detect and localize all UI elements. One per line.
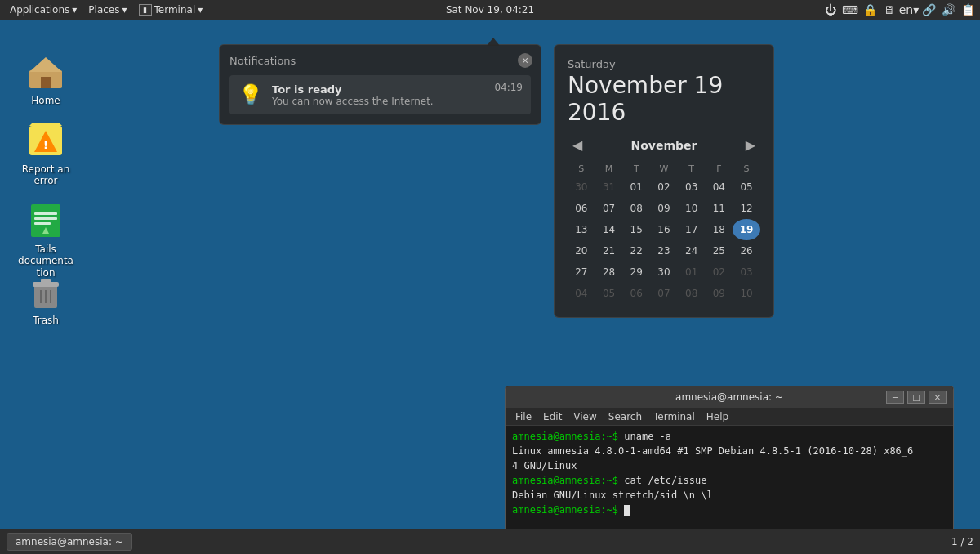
cal-next-btn[interactable]: ▶ <box>741 136 760 154</box>
cal-day-25[interactable]: 25 <box>706 240 733 261</box>
keyboard-icon[interactable]: ⌨ <box>843 2 858 17</box>
desktop-icon-home[interactable]: Home <box>13 49 78 109</box>
cal-grid: SMTWTFS 30310102030405060708091011121314… <box>568 161 760 304</box>
cal-day-05: 05 <box>595 283 623 304</box>
cal-day-03: 03 <box>733 261 760 283</box>
cal-day-03[interactable]: 03 <box>678 176 706 198</box>
lang-selector[interactable]: en▾ <box>902 2 916 17</box>
cal-day-20[interactable]: 20 <box>568 240 595 261</box>
term-output-1: Linux amnesia 4.8.0-1-amd64 #1 SMP Debia… <box>512 445 913 457</box>
taskbar-active-item[interactable]: amnesia@amnesia: ~ <box>7 533 132 551</box>
report-error-label: Report an error <box>16 163 75 187</box>
cal-day-07[interactable]: 07 <box>595 198 623 219</box>
term-prompt-1: amnesia@amnesia:~$ <box>512 431 618 442</box>
term-menu-terminal[interactable]: Terminal <box>648 409 700 424</box>
applications-menu[interactable]: Applications ▾ <box>5 2 82 17</box>
win-controls: ─ □ ✕ <box>886 391 947 404</box>
notification-body: You can now access the Internet. <box>272 96 486 107</box>
home-label: Home <box>31 95 60 106</box>
cal-day-01[interactable]: 01 <box>622 176 650 198</box>
notification-item-tor: 💡 Tor is ready You can now access the In… <box>229 75 531 114</box>
cal-day-16[interactable]: 16 <box>650 219 678 240</box>
cal-day-10[interactable]: 10 <box>678 198 706 219</box>
cal-body: 3031010203040506070809101112131415161718… <box>568 176 760 304</box>
cal-week-3: 20212223242526 <box>568 240 760 261</box>
cal-day-12[interactable]: 12 <box>733 198 760 219</box>
term-cmd-3 <box>618 504 624 516</box>
cal-day-22[interactable]: 22 <box>622 240 650 261</box>
cal-day-08[interactable]: 08 <box>622 198 650 219</box>
term-line-3: amnesia@amnesia:~$ cat /etc/issue <box>512 473 947 488</box>
term-output-1b: 4 GNU/Linux <box>512 460 577 471</box>
cal-weekday-F: F <box>706 161 733 176</box>
svg-rect-2 <box>41 77 51 88</box>
cal-day-13[interactable]: 13 <box>568 219 595 240</box>
cal-day-17[interactable]: 17 <box>678 219 706 240</box>
cal-day-27[interactable]: 27 <box>568 261 595 283</box>
trash-icon <box>26 272 65 311</box>
security-icon[interactable]: 🔒 <box>862 2 877 17</box>
clipboard-icon[interactable]: 📋 <box>960 2 975 17</box>
win-minimize-btn[interactable]: ─ <box>886 391 904 404</box>
cal-day-04: 04 <box>568 283 595 304</box>
cal-weekday-T: T <box>678 161 706 176</box>
terminal-menu[interactable]: ▮ Terminal ▾ <box>134 2 208 17</box>
topbar-left: Applications ▾ Places ▾ ▮ Terminal ▾ <box>5 2 207 17</box>
cal-day-24[interactable]: 24 <box>678 240 706 261</box>
topbar: Applications ▾ Places ▾ ▮ Terminal ▾ Sat… <box>0 0 980 20</box>
volume-icon[interactable]: 🔊 <box>941 2 956 17</box>
cal-prev-btn[interactable]: ◀ <box>568 136 587 154</box>
term-menu-file[interactable]: File <box>510 409 537 424</box>
cal-month-name: November <box>631 139 697 152</box>
display-icon[interactable]: 🖥 <box>882 2 897 17</box>
cal-day-04[interactable]: 04 <box>706 176 733 198</box>
win-maximize-btn[interactable]: □ <box>907 391 925 404</box>
cal-day-05[interactable]: 05 <box>733 176 760 198</box>
tails-docs-icon <box>26 201 65 240</box>
term-menu-search[interactable]: Search <box>604 409 647 424</box>
network-icon[interactable]: 🔗 <box>921 2 936 17</box>
cal-week-4: 27282930010203 <box>568 261 760 283</box>
cal-weekday-W: W <box>650 161 678 176</box>
cal-week-1: 06070809101112 <box>568 198 760 219</box>
notifications-close[interactable]: ✕ <box>518 53 532 68</box>
applications-label: Applications <box>10 4 69 16</box>
term-menu-edit[interactable]: Edit <box>538 409 567 424</box>
cal-day-19[interactable]: 19 <box>733 219 760 240</box>
places-menu[interactable]: Places ▾ <box>83 2 131 17</box>
cal-day-11[interactable]: 11 <box>706 198 733 219</box>
cal-nav: ◀ November ▶ <box>568 136 760 154</box>
cal-weekday-headers: SMTWTFS <box>568 161 760 176</box>
cal-day-21[interactable]: 21 <box>595 240 623 261</box>
cal-day-06[interactable]: 06 <box>568 198 595 219</box>
term-menu-view[interactable]: View <box>568 409 601 424</box>
desktop: Home ! Report an error Tails documentati… <box>0 20 980 529</box>
cal-day-02[interactable]: 02 <box>650 176 678 198</box>
desktop-icon-trash[interactable]: Trash <box>13 269 78 329</box>
topbar-datetime[interactable]: Sat Nov 19, 04:21 <box>446 4 534 16</box>
term-line-2b: 4 GNU/Linux <box>512 458 947 473</box>
cal-day-14[interactable]: 14 <box>595 219 623 240</box>
power-icon[interactable]: ⏻ <box>823 2 838 17</box>
cal-day-15[interactable]: 15 <box>622 219 650 240</box>
cal-day-26[interactable]: 26 <box>733 240 760 261</box>
calendar-panel: Saturday November 19 2016 ◀ November ▶ S… <box>554 44 774 318</box>
terminal-menubar: File Edit View Search Terminal Help <box>506 408 953 426</box>
cal-day-28[interactable]: 28 <box>595 261 623 283</box>
term-line-1: amnesia@amnesia:~$ uname -a <box>512 429 947 444</box>
cal-day-30[interactable]: 30 <box>650 261 678 283</box>
cal-day-29[interactable]: 29 <box>622 261 650 283</box>
cal-day-06: 06 <box>622 283 650 304</box>
term-prompt-3: amnesia@amnesia:~$ <box>512 504 618 516</box>
win-close-btn[interactable]: ✕ <box>929 391 947 404</box>
desktop-icon-report-error[interactable]: ! Report an error <box>13 118 78 190</box>
term-menu-help[interactable]: Help <box>702 409 733 424</box>
term-output-2: Debian GNU/Linux stretch/sid \n \l <box>512 489 713 501</box>
applications-arrow: ▾ <box>72 4 77 16</box>
cal-day-18[interactable]: 18 <box>706 219 733 240</box>
cal-day-09[interactable]: 09 <box>650 198 678 219</box>
cal-weekday-S: S <box>568 161 595 176</box>
cal-day-23[interactable]: 23 <box>650 240 678 261</box>
terminal-window-title: amnesia@amnesia: ~ <box>675 391 783 403</box>
cal-week-5: 04050607080910 <box>568 283 760 304</box>
